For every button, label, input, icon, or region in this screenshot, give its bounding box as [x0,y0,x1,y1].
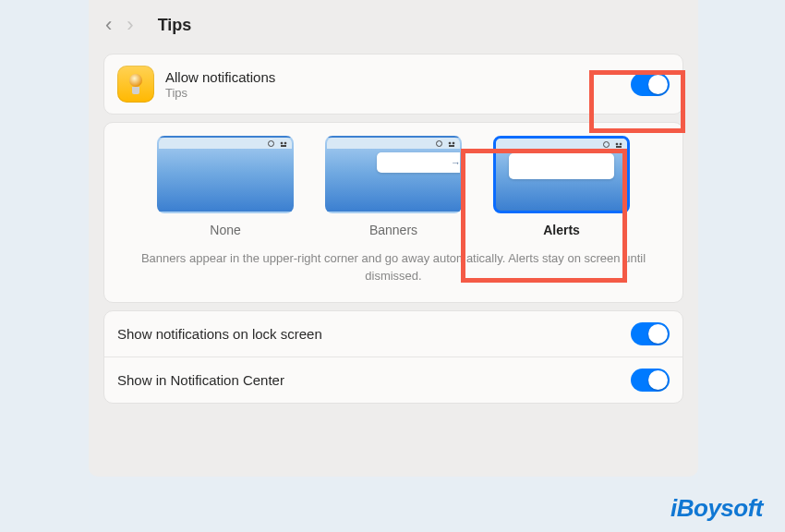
allow-title: Allow notifications [165,69,631,85]
style-option-alerts[interactable]: Alerts [493,136,630,237]
page-title: Tips [158,16,192,35]
control-center-icon [279,140,288,147]
alert-style-options: None → Banners [117,136,670,237]
setting-lock-screen: Show notifications on lock screen [104,311,682,357]
search-icon [436,140,444,147]
control-center-icon [614,141,623,148]
style-label-alerts: Alerts [543,223,580,237]
watermark-logo: iBoysoft [670,494,763,523]
notification-center-toggle[interactable] [631,369,670,392]
allow-labels: Allow notifications Tips [165,69,631,100]
search-icon [268,140,276,147]
settings-panel: ‹ › Tips Allow notifications Tips [89,0,698,477]
alert-preview-shape [509,153,614,179]
additional-settings-card: Show notifications on lock screen Show i… [103,310,683,404]
style-option-none[interactable]: None [157,136,294,237]
allow-notifications-toggle[interactable] [631,73,670,96]
style-option-banners[interactable]: → Banners [325,136,462,237]
back-button[interactable]: ‹ [105,13,112,37]
allow-notifications-card: Allow notifications Tips [103,54,683,115]
banner-preview-shape: → [377,152,462,173]
allow-subtitle: Tips [165,86,631,100]
style-label-none: None [210,223,240,237]
arrow-right-icon: → [451,157,461,168]
tips-app-icon [117,66,154,103]
forward-button[interactable]: › [127,13,133,37]
preview-alerts [493,136,630,213]
header-bar: ‹ › Tips [89,0,698,46]
lightbulb-icon [128,74,143,94]
alert-style-card: None → Banners [103,122,683,303]
search-icon [603,141,611,148]
alert-style-description: Banners appear in the upper-right corner… [117,243,670,287]
setting-notification-center: Show in Notification Center [104,357,682,403]
preview-banners: → [325,136,462,213]
style-label-banners: Banners [369,223,417,237]
lock-screen-toggle[interactable] [631,322,670,345]
control-center-icon [447,140,456,147]
allow-notifications-row: Allow notifications Tips [104,54,682,114]
setting-notification-center-label: Show in Notification Center [117,372,284,388]
preview-none [157,136,294,213]
setting-lock-screen-label: Show notifications on lock screen [117,326,322,342]
